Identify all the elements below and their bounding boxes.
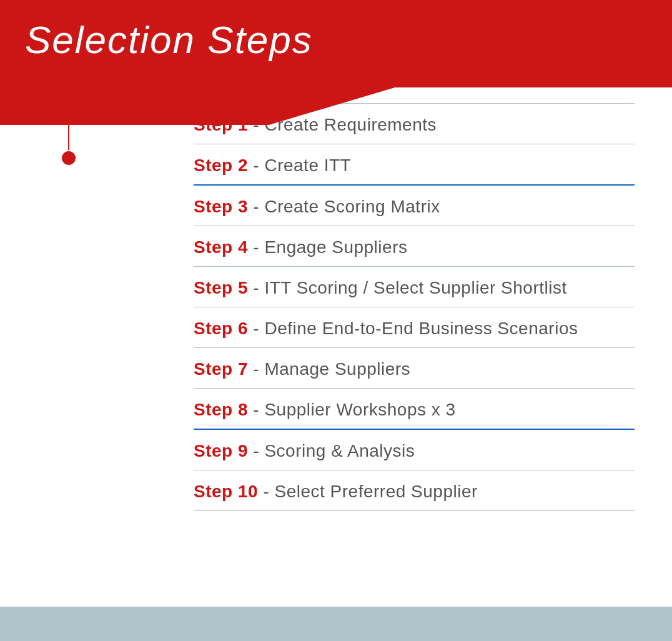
step-number-3: Step 3	[194, 197, 248, 216]
step-item-7: Step 7 - Manage Suppliers	[194, 348, 635, 389]
footer-bar	[0, 607, 672, 641]
step-item-3: Step 3 - Create Scoring Matrix	[194, 186, 635, 226]
step-item-5: Step 5 - ITT Scoring / Select Supplier S…	[194, 267, 635, 307]
step-text-10: Step 10 - Select Preferred Supplier	[194, 482, 478, 501]
step-number-7: Step 7	[194, 359, 248, 379]
timeline-line	[68, 69, 69, 150]
timeline	[67, 69, 70, 165]
step-item-9: Step 9 - Scoring & Analysis	[194, 430, 635, 470]
step-text-9: Step 9 - Scoring & Analysis	[194, 441, 415, 460]
step-number-2: Step 2	[194, 156, 248, 175]
step-text-4: Step 4 - Engage Suppliers	[194, 237, 407, 257]
step-text-3: Step 3 - Create Scoring Matrix	[194, 197, 440, 216]
header: Selection Steps	[0, 0, 672, 87]
step-text-6: Step 6 - Define End-to-End Business Scen…	[194, 319, 578, 338]
step-item-8: Step 8 - Supplier Workshops x 3	[194, 389, 635, 430]
timeline-dot	[62, 151, 76, 165]
step-number-9: Step 9	[194, 441, 248, 460]
page-title: Selection Steps	[0, 0, 672, 79]
step-item-10: Step 10 - Select Preferred Supplier	[194, 470, 635, 511]
step-number-8: Step 8	[194, 400, 248, 419]
step-item-2: Step 2 - Create ITT	[194, 144, 635, 186]
step-item-6: Step 6 - Define End-to-End Business Scen…	[194, 307, 635, 348]
steps-container: Step 1 - Create RequirementsStep 2 - Cre…	[194, 103, 635, 604]
step-text-7: Step 7 - Manage Suppliers	[194, 359, 410, 379]
step-text-5: Step 5 - ITT Scoring / Select Supplier S…	[194, 278, 567, 297]
step-item-4: Step 4 - Engage Suppliers	[194, 226, 635, 267]
step-number-10: Step 10	[194, 482, 258, 501]
step-number-6: Step 6	[194, 319, 248, 338]
step-number-4: Step 4	[194, 237, 248, 257]
step-text-2: Step 2 - Create ITT	[194, 156, 351, 175]
step-text-8: Step 8 - Supplier Workshops x 3	[194, 400, 456, 419]
step-number-5: Step 5	[194, 278, 248, 297]
